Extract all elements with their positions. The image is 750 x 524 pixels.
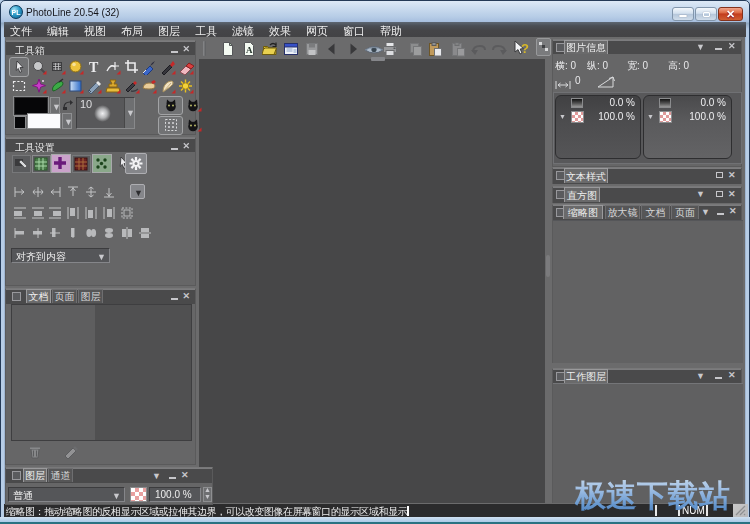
svg-text:T: T (89, 60, 99, 75)
svg-text:A: A (246, 45, 253, 55)
svg-text:?: ? (521, 41, 529, 56)
